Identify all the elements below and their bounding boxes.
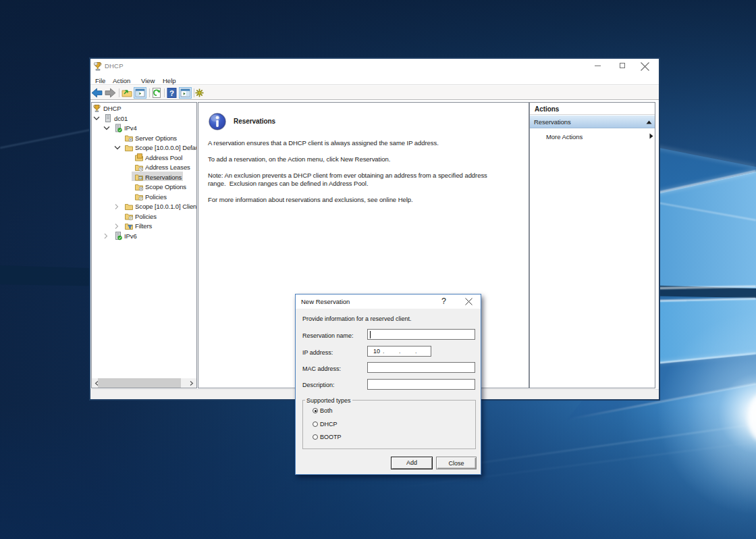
svg-text:31: 31 bbox=[138, 176, 142, 180]
svg-text:?: ? bbox=[169, 89, 174, 97]
